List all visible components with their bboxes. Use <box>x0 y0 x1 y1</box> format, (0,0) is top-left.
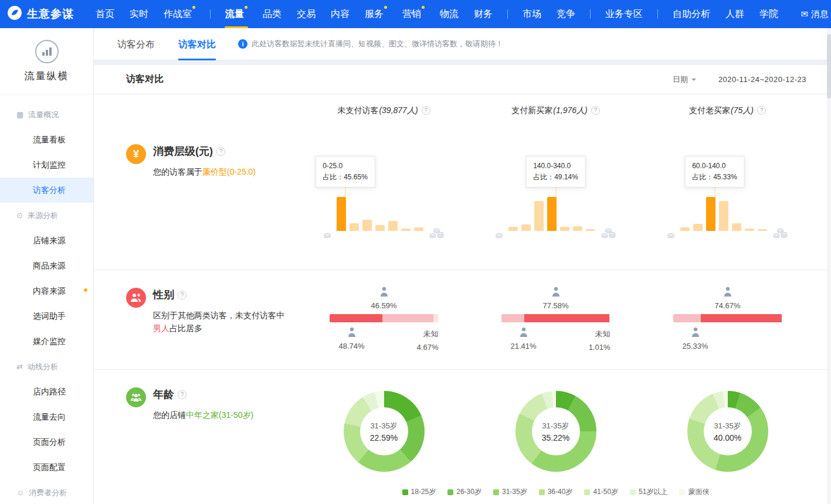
desc-highlight: 中年之家(31-50岁) <box>186 410 253 420</box>
nav-message[interactable]: ✉ 消息 <box>795 9 831 20</box>
help-icon[interactable]: ? <box>216 147 225 156</box>
age-chart-cell: 31-35岁 35.22% <box>470 370 642 472</box>
date-picker[interactable]: 日期 <box>673 74 696 85</box>
tab-bar: 访客分布 访客对比 i 此处访客数据暂未统计直播间、短视频、图文、微详情访客数，… <box>94 28 831 60</box>
nav-item-13[interactable]: 竞争 <box>549 0 583 28</box>
help-icon[interactable]: ? <box>178 291 186 299</box>
desc-text: 您的访客属于 <box>153 167 202 176</box>
sidebar-item-1[interactable]: ▦流量概况 <box>0 102 93 127</box>
donut-center-label: 31-35岁 <box>542 421 569 431</box>
date-label: 日期 <box>673 74 688 85</box>
gender-segment <box>673 314 701 322</box>
nav-item-11[interactable]: 财务 <box>466 0 500 28</box>
gender-top: 46.59% <box>298 287 470 310</box>
age-legend: 18-25岁26-30岁31-35岁36-40岁41-50岁51岁以上蒙面侠 <box>298 487 813 497</box>
bar <box>362 220 372 231</box>
nav-item-15[interactable]: 自助分析 <box>665 0 718 28</box>
sidebar-item-2[interactable]: 流量看板 <box>0 127 93 152</box>
nav-item-8[interactable]: 服务 <box>357 0 395 28</box>
legend-swatch <box>493 489 499 495</box>
column-title: 未支付访客 <box>337 105 378 115</box>
sidebar-item-13[interactable]: 流量去向 <box>0 404 93 430</box>
help-icon[interactable]: ? <box>422 106 430 115</box>
yen-icon: ¥ <box>126 144 146 164</box>
person-icon <box>723 287 732 299</box>
gender-bottom: 48.74% 未知 4.67% <box>330 326 439 361</box>
nav-item-14[interactable]: 业务专区 <box>598 0 650 28</box>
tab-visitor-distribution[interactable]: 访客分布 <box>117 28 155 60</box>
gender-segment <box>701 314 782 322</box>
coin-stack-icon <box>772 228 789 239</box>
nav-menu: 首页实时作战室流量品类交易内容服务营销物流财务市场竞争业务专区自助分析人群学院 <box>88 0 795 28</box>
nav-item-2[interactable]: 实时 <box>122 0 156 28</box>
bar <box>375 225 385 231</box>
unknown-percent: 1.01% <box>589 340 610 354</box>
legend-label: 蒙面侠 <box>688 487 709 497</box>
source-icon: ⊙ <box>16 211 23 220</box>
legend-item-5: 41-50岁 <box>584 487 618 497</box>
coin-small-icon <box>323 233 331 239</box>
sidebar-item-9[interactable]: 选词助手 <box>0 304 93 329</box>
mail-icon: ✉ <box>801 9 808 19</box>
person-icon <box>519 327 528 340</box>
legend-label: 41-50岁 <box>593 487 618 497</box>
sidebar-item-5[interactable]: ⊙来源分析 <box>0 203 93 228</box>
logo[interactable]: 生意参谋 <box>0 5 88 23</box>
nav-item-6[interactable]: 交易 <box>289 0 323 28</box>
sidebar-item-16[interactable]: ☺消费者分析 <box>0 480 93 504</box>
unknown-percent: 4.67% <box>417 340 439 354</box>
gender-icon <box>126 288 146 308</box>
tab-visitor-compare[interactable]: 访客对比 <box>178 28 216 60</box>
help-icon[interactable]: ? <box>591 106 600 115</box>
legend-swatch <box>584 489 590 495</box>
sidebar-item-3[interactable]: 计划监控 <box>0 152 93 178</box>
section-desc: 您的店铺中年之家(31-50岁) <box>153 408 253 421</box>
consume-chart-cell: 60.0-140.0 占比：45.33% <box>642 127 813 270</box>
date-range[interactable]: 2020-11-24~2020-12-23 <box>718 75 806 84</box>
section-title: 性别 <box>153 288 174 302</box>
tooltip-share: 占比：49.14% <box>533 172 578 183</box>
scrollbar[interactable] <box>827 28 831 504</box>
nav-item-9[interactable]: 营销 <box>395 0 432 28</box>
nav-item-7[interactable]: 内容 <box>323 0 357 28</box>
sidebar-item-6[interactable]: 店铺来源 <box>0 228 93 253</box>
nav-message-label: 消息 <box>811 9 829 20</box>
gender-ratio-bar <box>501 314 610 322</box>
bar <box>745 229 754 231</box>
nav-item-12[interactable]: 市场 <box>515 0 549 28</box>
sidebar-item-11[interactable]: ⇄动线分析 <box>0 354 93 379</box>
person-icon <box>691 327 700 340</box>
donut-center-label: 31-35岁 <box>714 421 741 431</box>
sidebar-item-4[interactable]: 访客分析 <box>0 178 93 203</box>
nav-item-5[interactable]: 品类 <box>255 0 289 28</box>
sidebar-item-15[interactable]: 页面配置 <box>0 455 93 480</box>
column-count: (1,976人) <box>553 105 587 115</box>
nav-item-4[interactable]: 流量 <box>218 0 255 28</box>
nav-divider <box>210 9 211 19</box>
sidebar-item-8[interactable]: 内容来源 <box>0 278 93 304</box>
nav-item-17[interactable]: 学院 <box>752 0 786 28</box>
nav-item-1[interactable]: 首页 <box>88 0 122 28</box>
help-icon[interactable]: ? <box>178 390 186 399</box>
help-icon[interactable]: ? <box>757 106 766 115</box>
gender-bottom-left: 48.74% <box>339 327 365 350</box>
sidebar: 流量纵横 ▦流量概况流量看板计划监控访客分析⊙来源分析店铺来源商品来源内容来源选… <box>0 28 94 504</box>
legend-swatch <box>447 489 453 495</box>
nav-item-3[interactable]: 作战室 <box>156 0 203 28</box>
nav-item-16[interactable]: 人群 <box>718 0 752 28</box>
chart-tooltip: 60.0-140.0 占比：45.33% <box>684 156 745 188</box>
desc-text: 您的店铺 <box>153 410 186 420</box>
age-chart-cell: 31-35岁 22.59% <box>298 370 470 472</box>
bar <box>508 227 518 231</box>
legend-swatch <box>539 489 545 495</box>
sidebar-item-10[interactable]: 媒介监控 <box>0 329 93 354</box>
sidebar-item-14[interactable]: 页面分析 <box>0 430 93 455</box>
nav-item-10[interactable]: 物流 <box>432 0 466 28</box>
gender-top: 74.67% <box>642 287 813 310</box>
nav-divider <box>507 9 508 19</box>
sidebar-item-12[interactable]: 店内路径 <box>0 379 93 404</box>
sidebar-item-7[interactable]: 商品来源 <box>0 253 93 278</box>
gender-top: 77.58% <box>470 287 642 310</box>
traffic-module-icon <box>35 40 59 63</box>
scrollbar-thumb[interactable] <box>827 34 831 98</box>
